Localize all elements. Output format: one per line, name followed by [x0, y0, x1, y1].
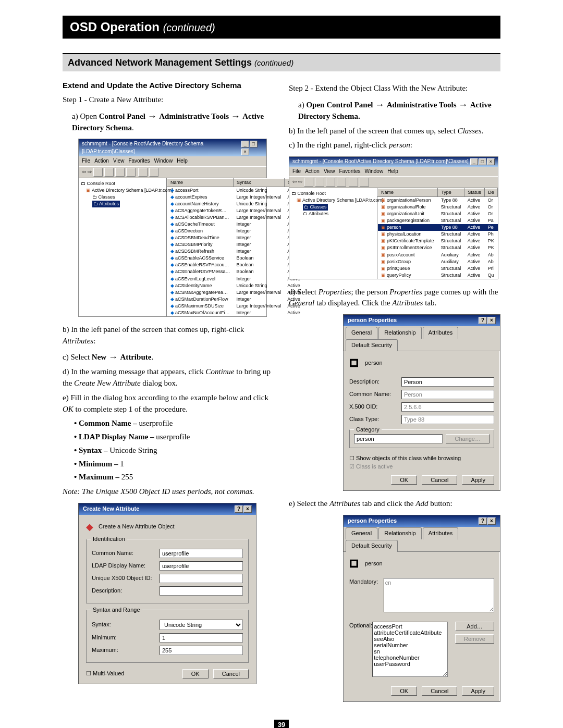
- maximum-input[interactable]: [160, 646, 243, 655]
- class-active-checkbox: Class is active: [349, 463, 393, 470]
- tab-default-security: Default Security: [346, 540, 398, 552]
- page-number: 39: [274, 720, 289, 728]
- list-item[interactable]: aCSDSBMDeadTimeIntegerActive: [167, 235, 304, 241]
- window-controls[interactable]: _□×: [470, 158, 495, 166]
- optional-list[interactable]: accessPort attributeCertificateAttribute…: [372, 622, 448, 677]
- apply-button[interactable]: Apply: [462, 475, 494, 485]
- class-icon: 🞐: [349, 557, 359, 571]
- add-button[interactable]: Add…: [455, 622, 494, 631]
- minimum-input[interactable]: [160, 633, 243, 643]
- list-item[interactable]: aCSAllocableRSVPBan…Large Integer/Interv…: [167, 214, 304, 221]
- step2-label: Step 2 - Extend the Object Class With th…: [289, 83, 500, 94]
- left-column: Extend and Update the Active Directory S…: [63, 80, 274, 709]
- arrow-icon: →: [108, 352, 120, 362]
- list-item[interactable]: aCSEnableRSVPMessa…BooleanActive: [167, 268, 304, 275]
- list-item[interactable]: physicalLocationStructuralActivePh: [378, 231, 498, 238]
- cancel-button[interactable]: Cancel: [213, 669, 249, 678]
- list-item[interactable]: aCSDSBMPriorityIntegerActive: [167, 241, 304, 248]
- cancel-button[interactable]: Cancel: [422, 475, 457, 485]
- left-b: b) In the left panel of the screen that …: [63, 324, 274, 347]
- tree-view[interactable]: Console Root Active Directory Schema [LD…: [289, 188, 377, 279]
- list-item[interactable]: aCSAggregateTokenR…Large Integer/Interva…: [167, 207, 304, 214]
- oid-input[interactable]: [160, 574, 243, 583]
- help-icon[interactable]: ?: [235, 505, 243, 513]
- page-title-cont: (continued): [163, 22, 215, 33]
- list-item[interactable]: organizationalUnitStructuralActiveOr: [378, 211, 498, 217]
- list-item[interactable]: personType 88ActivePe: [378, 224, 498, 231]
- list-item[interactable]: pKIEnrollmentServiceStructuralActivePK: [378, 244, 498, 251]
- list-item[interactable]: aCSMaxNoOfAccountFi…IntegerActive: [167, 310, 304, 316]
- list-item[interactable]: aCSDirectionIntegerActive: [167, 228, 304, 235]
- list-item[interactable]: organizationalPersonType 88ActiveOr: [378, 197, 498, 204]
- right-b: b) In the left panel of the screen that …: [289, 126, 500, 137]
- list-item[interactable]: aCSMaximumSDUSizeLarge Integer/IntervalA…: [167, 303, 304, 310]
- list-item[interactable]: pKICertificateTemplateStructuralActivePK: [378, 238, 498, 244]
- menubar[interactable]: FileActionViewFavoritesWindowHelp: [289, 167, 498, 177]
- list-item[interactable]: accessPortUnicode StringActive: [167, 187, 304, 194]
- cancel-button[interactable]: Cancel: [422, 686, 457, 696]
- ok-button[interactable]: OK: [182, 669, 209, 678]
- common-name-input[interactable]: [160, 549, 243, 558]
- tree-view[interactable]: Console Root Active Directory Schema [LD…: [79, 178, 167, 316]
- list-item[interactable]: posixAccountAuxiliaryActiveAb: [378, 252, 498, 258]
- list-item[interactable]: aCSMaxDurationPerFlowIntegerActive: [167, 296, 304, 303]
- list-item[interactable]: aCSMaxAggregatePea…Large Integer/Interva…: [167, 289, 304, 296]
- list-item[interactable]: accountExpiresLarge Integer/IntervalActi…: [167, 194, 304, 201]
- create-attribute-dialog: Create New Attribute ?× ◆ Create a New A…: [78, 503, 256, 684]
- change-button: Change…: [446, 434, 489, 443]
- list-item[interactable]: aCSDSBMRefreshIntegerActive: [167, 248, 304, 255]
- list-item[interactable]: aCSCacheTimeoutIntegerActive: [167, 221, 304, 228]
- ok-button[interactable]: OK: [391, 686, 417, 696]
- right-a: a) Open Control Panel → Administrative T…: [289, 97, 500, 122]
- list-item[interactable]: packageRegistrationStructuralActivePa: [378, 217, 498, 224]
- list-item[interactable]: aCSEventLogLevelIntegerActive: [167, 276, 304, 282]
- list-view[interactable]: Name Type Status De organizationalPerson…: [377, 188, 498, 279]
- toolbar[interactable]: ⇦ ⇨: [289, 177, 498, 188]
- section-title-cont: (continued): [254, 58, 293, 67]
- maximize-icon: □: [250, 141, 258, 147]
- list-item[interactable]: accountNameHistoryUnicode StringActive: [167, 201, 304, 207]
- mmc-classes-screenshot: schmmgmt - [Console Root\Active Director…: [289, 156, 498, 279]
- menubar[interactable]: FileActionViewFavoritesWindowHelp: [79, 156, 266, 167]
- tab-relationship: Relationship: [378, 327, 422, 339]
- category-field[interactable]: [354, 434, 443, 443]
- tab-bar[interactable]: General Relationship Attributes Default …: [344, 527, 500, 552]
- multi-valued-checkbox[interactable]: Multi-Valued: [86, 670, 124, 678]
- remove-button: Remove: [455, 634, 494, 644]
- section-title-bar: Advanced Network Management Settings (co…: [63, 53, 500, 71]
- close-icon[interactable]: ×: [243, 505, 252, 513]
- right-d: d) Select Properties; the person Propert…: [289, 287, 500, 310]
- arrow-icon: →: [231, 111, 243, 121]
- tab-relationship: Relationship: [378, 527, 422, 539]
- tab-general: General: [346, 327, 377, 339]
- ldap-display-name-input[interactable]: [160, 561, 243, 571]
- syntax-select[interactable]: Unicode String: [160, 620, 243, 630]
- left-c: c) Select New → Attribute.: [63, 350, 274, 363]
- list-view[interactable]: Name Syntax Status accessPortUnicode Str…: [167, 178, 304, 316]
- page-title: OSD Operation: [70, 20, 160, 34]
- ok-button[interactable]: OK: [391, 475, 417, 485]
- apply-button[interactable]: Apply: [462, 686, 494, 696]
- section-title: Advanced Network Management Settings: [68, 57, 252, 68]
- left-a: a) Open Control Panel → Administrative T…: [63, 109, 274, 134]
- attribute-icon: ◆: [86, 520, 93, 534]
- description-input[interactable]: [160, 586, 243, 596]
- list-item[interactable]: organizationalRoleStructuralActiveOr: [378, 204, 498, 211]
- step1-label: Step 1 - Create a New Attribute:: [63, 94, 274, 106]
- description-field[interactable]: [401, 377, 494, 387]
- right-column: Step 2 - Extend the Object Class With th…: [289, 80, 500, 709]
- tab-bar[interactable]: General Relationship Attributes Default …: [344, 326, 500, 351]
- list-item[interactable]: aCSEnableACSServiceBooleanActive: [167, 255, 304, 262]
- list-item[interactable]: queryPolicyStructuralActiveQu: [378, 272, 498, 279]
- list-item[interactable]: posixGroupAuxiliaryActiveAb: [378, 258, 498, 265]
- show-objects-checkbox[interactable]: Show objects of this class while browsin…: [349, 455, 461, 461]
- person-properties-general: person Properties ?× General Relationshi…: [343, 314, 500, 491]
- toolbar[interactable]: ⇦ ⇨: [79, 167, 266, 178]
- mmc-attributes-screenshot: schmmgmt - [Console Root\Active Director…: [78, 139, 267, 316]
- common-name-field: [401, 390, 494, 399]
- list-item[interactable]: printQueueStructuralActivePri: [378, 265, 498, 272]
- window-controls[interactable]: _□×: [241, 140, 263, 155]
- list-item[interactable]: aCSEnableRSVPAccou…BooleanActive: [167, 262, 304, 268]
- list-item[interactable]: aCSIdentityNameUnicode StringActive: [167, 282, 304, 289]
- window-title: schmmgmt - [Console Root\Active Director…: [82, 140, 241, 155]
